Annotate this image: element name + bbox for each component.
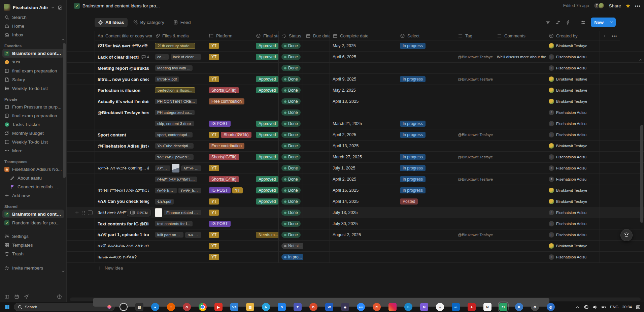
cell-taq[interactable]: @Biruktawit Tesfaye — [455, 74, 494, 85]
file-chip[interactable]: text contents for I... — [155, 221, 193, 226]
sidebar-item[interactable]: Salary — [2, 75, 64, 84]
favorite-star-icon[interactable] — [625, 3, 631, 8]
taskbar-app-linkedin[interactable]: in — [452, 303, 460, 311]
cell-platform[interactable]: IG POSTYT — [206, 185, 253, 196]
cell-comments[interactable] — [494, 118, 546, 129]
file-chip[interactable]: የሀሳት ከማስተ... — [155, 188, 177, 193]
cell-comments[interactable] — [494, 207, 546, 218]
taskbar-app-chrome[interactable] — [199, 303, 207, 311]
cell-title[interactable]: ፋሲካ Can you check telegram, ple — [95, 196, 152, 207]
column-header-files[interactable]: Files & media — [152, 31, 206, 40]
cell-complete-date[interactable]: April 9, 2025 — [330, 74, 397, 85]
taskbar-app-zoom[interactable]: zm — [357, 303, 365, 311]
cell-taq[interactable] — [455, 118, 494, 129]
breadcrumb-page-title[interactable]: Brainstorm and content ideas for pro... — [82, 3, 160, 8]
cell-final-status[interactable] — [253, 96, 279, 107]
start-button[interactable] — [2, 303, 12, 311]
column-header-taq[interactable]: Taq — [455, 31, 494, 40]
sidebar-item-inbox[interactable]: Inbox — [2, 30, 64, 39]
cell-taq[interactable]: @Biruktawit Tesfaye — [455, 129, 494, 140]
taskbar-app-task-view[interactable]: ▤ — [135, 303, 143, 311]
file-chip[interactable]: 21th century stude... — [155, 43, 195, 49]
cell-title[interactable] — [95, 118, 152, 129]
cell-platform[interactable]: YT — [206, 74, 253, 85]
cell-platform[interactable]: Shorts(IG/Tik) — [206, 85, 253, 96]
table-row[interactable]: ፋሲካ Can you check telegram, pleፋሲካ.pdfYT… — [67, 196, 644, 207]
table-row[interactable]: እምነት እና ፍርሃት coming... @Biruktaእምነት እና..… — [67, 163, 644, 174]
cell-status[interactable]: Done — [279, 163, 303, 174]
cell-select[interactable]: In progress — [397, 118, 455, 129]
file-chip[interactable]: እምነት እና... — [155, 165, 170, 171]
sidebar-item[interactable]: Fisehatsion Adisu's No... — [2, 165, 64, 174]
table-row[interactable]: የቀለም ጉዳይ እያባስበን....Shorts(IG/Tik)Approve… — [67, 174, 644, 185]
volume-icon[interactable] — [592, 305, 598, 310]
table-row[interactable]: ሰዎች ይመነኩሳሉ እንዴ እስቲ ዘገቡል ተነበYTNot st...Bi… — [67, 241, 644, 252]
sidebar-item[interactable]: Connect to collab. Ca... — [2, 182, 64, 191]
cell-taq[interactable]: @Biruktawit Tesfaye — [455, 152, 494, 162]
sidebar-item-templates[interactable]: Templates — [2, 241, 64, 249]
table-row[interactable]: በሑሉ መወደድ ይቻላል?YTIn pro...FFisehatsion Ad… — [67, 252, 644, 263]
cell-created-by[interactable]: Biruktawit Tesfaye — [546, 96, 600, 107]
cell-due-date[interactable] — [303, 241, 330, 251]
file-chip[interactable]: PH categorized co... — [155, 110, 195, 115]
cell-due-date[interactable] — [303, 218, 330, 229]
cell-final-status[interactable]: Approved — [253, 85, 279, 96]
cell-files[interactable]: የሀሳት ከማስተ...የሀሳት_ከማስተ... — [152, 185, 206, 196]
cell-complete-date[interactable]: April 13, 2025 — [330, 141, 397, 151]
cell-created-by[interactable]: Biruktawit Tesfaye — [546, 141, 600, 151]
cell-platform[interactable] — [206, 63, 253, 73]
tray-chevron-up-icon[interactable] — [575, 305, 580, 310]
cell-taq[interactable]: @Biruktawit Tesfaye — [455, 52, 494, 62]
file-chip[interactable]: sport, contentupd... — [155, 132, 193, 137]
table-row[interactable]: @Biruktawit Tesfaye here you arPH catego… — [67, 107, 644, 118]
taskbar-app-copilot[interactable] — [120, 303, 128, 311]
cell-final-status[interactable] — [253, 107, 279, 118]
taskbar-app-meet[interactable]: ● — [436, 303, 444, 311]
cell-platform[interactable]: Free contribution — [206, 141, 253, 151]
cell-comments[interactable] — [494, 96, 546, 107]
cell-final-status[interactable]: Approved — [253, 185, 279, 196]
cell-comments[interactable] — [494, 40, 546, 51]
cell-due-date[interactable] — [303, 152, 330, 162]
file-thumbnail[interactable] — [155, 208, 162, 217]
cell-comments[interactable] — [494, 63, 546, 73]
cell-select[interactable]: In progress — [397, 185, 455, 196]
cell-created-by[interactable]: FFisehatsion Adisu — [546, 63, 600, 73]
cell-taq[interactable]: @Biruktawit Tesfaye — [455, 174, 494, 185]
cell-status[interactable]: Not st... — [279, 241, 303, 251]
cell-comments[interactable] — [494, 129, 546, 140]
invite-members-button[interactable]: Invite members — [2, 263, 64, 272]
sidebar-section-heading[interactable]: Private — [4, 97, 62, 101]
column-header-platform[interactable]: Platform — [206, 31, 253, 40]
taskbar-app-notion-calendar[interactable]: 31 — [499, 303, 507, 311]
table-row[interactable]: Actually it's what I'm doing but (PH CON… — [67, 96, 644, 107]
page-more-button[interactable]: ••• — [635, 3, 641, 8]
file-chip[interactable]: YouTube descripti... — [155, 143, 194, 149]
horizontal-scrollbar-thumb[interactable] — [93, 298, 549, 307]
cell-platform[interactable]: Shorts(IG/Tik) — [206, 152, 253, 162]
cell-files[interactable] — [152, 252, 206, 262]
file-chip[interactable]: Meeting two with ... — [155, 65, 193, 71]
cell-status[interactable]: Done — [279, 107, 303, 118]
cell-due-date[interactable] — [303, 129, 330, 140]
cell-taq[interactable] — [455, 63, 494, 73]
cell-final-status[interactable]: Approved — [253, 74, 279, 85]
sidebar-item[interactable]: final exam preparation — [2, 111, 64, 120]
cell-final-status[interactable]: Approved — [253, 118, 279, 129]
cell-files[interactable]: PH CONTENT CRE... — [152, 96, 206, 107]
cell-select[interactable]: In progress — [397, 129, 455, 140]
cell-due-date[interactable] — [303, 118, 330, 129]
new-button[interactable]: New — [591, 18, 616, 27]
cell-comments[interactable] — [494, 229, 546, 240]
cell-files[interactable]: እምነት እና...እምነት እና ፍርሃ... — [152, 163, 206, 174]
file-chip[interactable]: lulit part one PH1... — [155, 232, 183, 238]
cell-final-status[interactable]: Approved — [253, 196, 279, 207]
cell-title[interactable]: ሰዎች ይመነኩሳሉ እንዴ እስቲ ዘገቡል ተነበ — [95, 241, 152, 251]
bolt-icon[interactable] — [566, 20, 571, 25]
clock[interactable]: 20:34 — [622, 305, 632, 309]
cell-select[interactable] — [397, 96, 455, 107]
cell-created-by[interactable]: FFisehatsion Adisu — [546, 163, 600, 174]
file-chip[interactable]: እምነት እና ፍርሃ... — [181, 165, 201, 171]
cell-complete-date[interactable]: April 16, 2025 — [330, 185, 397, 196]
table-row[interactable]: ሱሰኛ part 1, episode 1 trail, whatlulit p… — [67, 229, 644, 241]
